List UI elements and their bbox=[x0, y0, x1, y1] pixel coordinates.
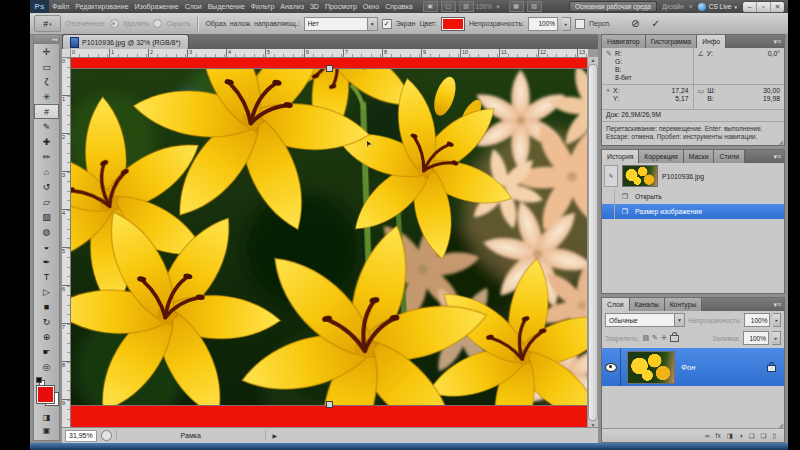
quick-mask-icon[interactable]: ◨ bbox=[43, 413, 51, 422]
panel-tab[interactable]: Коррекция bbox=[639, 150, 683, 163]
new-layer-icon[interactable]: ❏ bbox=[761, 432, 767, 440]
workspace-button[interactable]: Основная рабочая среда bbox=[569, 1, 657, 12]
close-button[interactable]: ✕ bbox=[770, 2, 784, 12]
menu-item[interactable]: Фильтр bbox=[248, 0, 278, 13]
workspace-overflow-icon[interactable]: » bbox=[689, 3, 693, 10]
perspective-checkbox[interactable] bbox=[575, 19, 585, 29]
canvas[interactable]: ➤ bbox=[70, 57, 588, 428]
menu-item[interactable]: Анализ bbox=[277, 0, 307, 13]
layer-mask-icon[interactable]: ◨ bbox=[727, 432, 733, 440]
pen-tool[interactable]: ✒ bbox=[34, 254, 59, 269]
blend-mode-select[interactable]: Обычные ▼ bbox=[605, 313, 685, 327]
visibility-toggle[interactable] bbox=[602, 348, 621, 386]
hand-tool[interactable]: ☛ bbox=[34, 344, 59, 359]
status-zoom-input[interactable]: 31,95% bbox=[65, 430, 97, 442]
history-source-well[interactable] bbox=[602, 204, 615, 219]
cs-live-button[interactable]: CS Live ▾ bbox=[698, 3, 737, 11]
panel-tab[interactable]: Стили bbox=[714, 150, 745, 163]
hide-radio-label[interactable]: Скрыть bbox=[166, 20, 190, 27]
layer-style-icon[interactable]: fx bbox=[716, 432, 721, 439]
shield-color-swatch[interactable] bbox=[441, 17, 465, 31]
quick-selection-tool[interactable]: ✳ bbox=[34, 89, 59, 104]
move-tool[interactable]: ✛ bbox=[34, 44, 59, 59]
menu-item[interactable]: Файл bbox=[49, 0, 72, 13]
opacity-input[interactable]: 100% bbox=[744, 313, 770, 327]
document-tab[interactable]: P1010936.jpg @ 32% (RGB/8*) bbox=[62, 34, 189, 49]
lasso-tool[interactable]: ζ bbox=[34, 74, 59, 89]
type-tool[interactable]: T bbox=[34, 269, 59, 284]
panel-tab[interactable]: История bbox=[602, 150, 639, 163]
spinner-icon[interactable]: ▸ bbox=[562, 17, 571, 31]
mini-bridge-icon[interactable]: ▢ bbox=[441, 1, 456, 12]
default-colors-icon[interactable] bbox=[36, 377, 44, 385]
delete-radio[interactable] bbox=[110, 19, 119, 28]
panel-menu-icon[interactable]: ▾≡ bbox=[773, 298, 784, 311]
adjustment-layer-icon[interactable]: ◑ bbox=[739, 432, 743, 439]
horizontal-ruler[interactable]: 012345678910111213 bbox=[70, 49, 588, 58]
shield-checkbox[interactable]: ✓ bbox=[382, 19, 392, 29]
lock-position-icon[interactable]: ✛ bbox=[661, 334, 667, 342]
scroll-up-icon[interactable]: ▲ bbox=[591, 57, 596, 63]
menu-item[interactable]: Справка bbox=[382, 0, 415, 13]
arrange-documents-icon[interactable]: ▦ bbox=[509, 1, 524, 12]
panel-tab[interactable]: Маски bbox=[684, 150, 715, 163]
menu-item[interactable]: Слои bbox=[182, 0, 205, 13]
eyedropper-tool[interactable]: ✎ bbox=[34, 119, 59, 134]
delete-layer-icon[interactable]: ▯ bbox=[772, 432, 776, 440]
3d-orbit-tool[interactable]: ⊕ bbox=[34, 329, 59, 344]
tool-preset-crop[interactable]: #▾ bbox=[34, 15, 61, 32]
screen-mode-icon[interactable]: ▧ bbox=[527, 1, 542, 12]
lock-all-icon[interactable] bbox=[670, 335, 679, 342]
launch-bridge-icon[interactable]: ▣ bbox=[423, 1, 438, 12]
vertical-ruler[interactable]: 0123456789 bbox=[62, 57, 71, 428]
screen-mode-cycle-icon[interactable]: ▣ bbox=[43, 426, 51, 435]
rectangular-marquee-tool[interactable]: ▭ bbox=[34, 59, 59, 74]
delete-radio-label[interactable]: Удалить bbox=[123, 20, 150, 27]
zoom-tool[interactable]: ◎ bbox=[34, 359, 59, 374]
history-snapshot[interactable]: ✎ P1010936.jpg bbox=[602, 163, 784, 189]
shape-tool[interactable]: ■ bbox=[34, 299, 59, 314]
status-menu-icon[interactable]: ▶ bbox=[270, 432, 280, 439]
history-brush-tool[interactable]: ↺ bbox=[34, 179, 59, 194]
history-state[interactable]: ❒ Размер изображения bbox=[602, 204, 784, 219]
panel-tab[interactable]: Каналы bbox=[630, 298, 665, 311]
layer-row-background[interactable]: Фон bbox=[602, 348, 784, 386]
healing-brush-tool[interactable]: ✚ bbox=[34, 134, 59, 149]
history-source-well[interactable] bbox=[602, 189, 615, 204]
panel-tab[interactable]: Инфо bbox=[697, 35, 726, 48]
crop-handle-top[interactable] bbox=[326, 65, 333, 72]
overlay-select[interactable]: Нет ▼ bbox=[304, 17, 378, 31]
blur-tool[interactable]: ◍ bbox=[34, 224, 59, 239]
resize-grip-icon[interactable]: ◢ bbox=[778, 138, 783, 145]
layer-group-icon[interactable]: ❑ bbox=[749, 432, 755, 440]
menu-item[interactable]: 3D bbox=[307, 0, 322, 13]
panel-tab[interactable]: Навигатор bbox=[602, 35, 646, 48]
view-extras-icon[interactable]: ▥ bbox=[459, 1, 474, 12]
link-layers-icon[interactable]: ∞ bbox=[705, 432, 710, 439]
bit-depth[interactable]: 8-бит bbox=[615, 74, 632, 81]
history-state[interactable]: ❐ Открыть bbox=[602, 189, 784, 204]
crop-tool[interactable]: # bbox=[34, 104, 59, 119]
fill-input[interactable]: 100% bbox=[743, 331, 769, 345]
lock-transparency-icon[interactable]: ▨ bbox=[642, 334, 649, 342]
gradient-tool[interactable]: ▨ bbox=[34, 209, 59, 224]
history-source-icon[interactable]: ✎ bbox=[604, 165, 618, 187]
panel-tab[interactable]: Контуры bbox=[665, 298, 703, 311]
dodge-tool[interactable]: ◒ bbox=[34, 239, 59, 254]
eraser-tool[interactable]: ▱ bbox=[34, 194, 59, 209]
panel-menu-icon[interactable]: ▾≡ bbox=[773, 35, 784, 48]
menu-item[interactable]: Окно bbox=[360, 0, 382, 13]
hide-radio[interactable] bbox=[153, 19, 162, 28]
minimize-button[interactable]: – bbox=[743, 2, 756, 12]
spinner-icon[interactable]: ▸ bbox=[773, 313, 781, 327]
commit-crop-button[interactable]: ✓ bbox=[651, 18, 659, 29]
layer-name[interactable]: Фон bbox=[681, 363, 695, 372]
menu-item[interactable]: Просмотр bbox=[322, 0, 360, 13]
panel-tab[interactable]: Гистограмма bbox=[646, 35, 697, 48]
path-selection-tool[interactable]: ▷ bbox=[34, 284, 59, 299]
zoom-level[interactable]: 100% bbox=[476, 3, 493, 10]
cancel-crop-button[interactable]: ⊘ bbox=[631, 18, 639, 29]
panel-tab[interactable]: Слои bbox=[602, 298, 630, 311]
vertical-scrollbar[interactable]: ▲ ▼ bbox=[587, 57, 598, 428]
resize-grip-icon[interactable]: ◢ bbox=[778, 421, 783, 428]
